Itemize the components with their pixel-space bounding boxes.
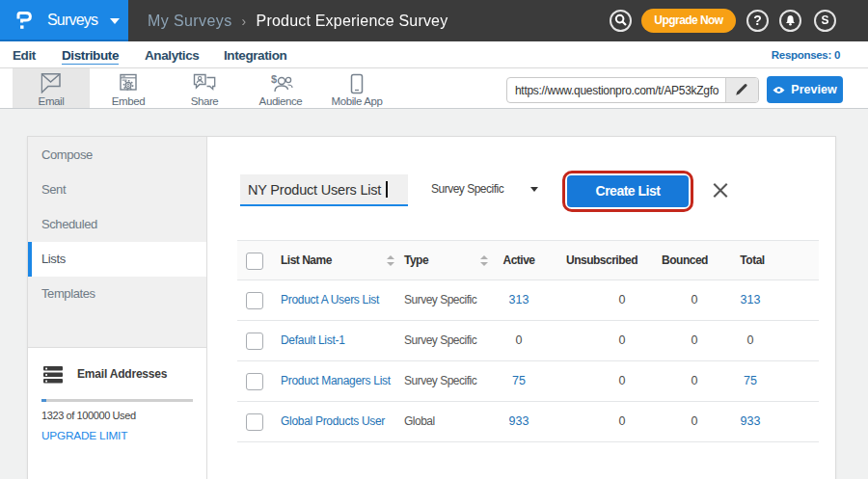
svg-text:$: $ [271,73,277,85]
